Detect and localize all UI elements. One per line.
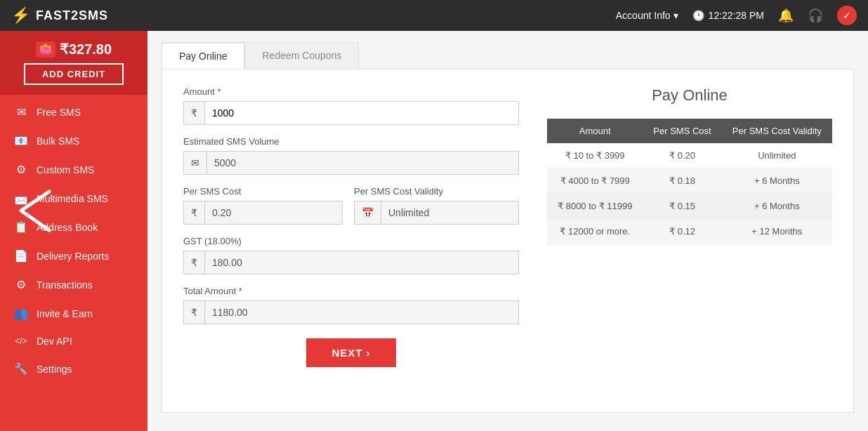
dev-api-icon: </> xyxy=(14,336,28,346)
delivery-reports-icon: 📄 xyxy=(14,249,28,263)
sidebar-item-dev-api[interactable]: </> Dev API xyxy=(0,328,147,354)
per-sms-cost-input xyxy=(205,201,342,224)
per-sms-cost-input-wrapper: ₹ xyxy=(183,201,343,225)
sidebar-item-bulk-sms[interactable]: 📧 Bulk SMS xyxy=(0,126,147,155)
table-row: ₹ 10 to ₹ 3999 ₹ 0.20 Unlimited xyxy=(547,143,832,168)
notification-bell[interactable]: 🔔 xyxy=(778,8,794,23)
cell-amount: ₹ 12000 or more. xyxy=(547,219,643,244)
gst-input-wrapper: ₹ xyxy=(183,251,519,274)
gst-input xyxy=(205,251,518,274)
per-sms-validity-group: Per SMS Cost Validity 📅 xyxy=(354,186,519,225)
cell-per-sms-cost: ₹ 0.20 xyxy=(643,143,721,168)
sidebar-item-delivery-reports[interactable]: 📄 Delivery Reports xyxy=(0,241,147,270)
sidebar-label-settings: Settings xyxy=(37,364,72,375)
cell-validity: + 6 Months xyxy=(722,194,832,219)
bulk-sms-icon: 📧 xyxy=(14,134,28,147)
navbar-right: Account Info ▾ 🕐 12:22:28 PM 🔔 🎧 ✓ xyxy=(616,6,857,25)
sidebar-label-transactions: Transactions xyxy=(37,279,93,291)
pricing-table: Amount Per SMS Cost Per SMS Cost Validit… xyxy=(547,119,832,244)
amount-input[interactable] xyxy=(205,102,518,124)
cell-per-sms-cost: ₹ 0.15 xyxy=(643,194,721,219)
header-amount: Amount xyxy=(547,119,643,143)
per-sms-row: Per SMS Cost ₹ Per SMS Cost Validity 📅 xyxy=(183,186,519,236)
gst-label: GST (18.00%) xyxy=(183,236,519,246)
per-sms-cost-group: Per SMS Cost ₹ xyxy=(183,186,343,225)
sms-volume-group: Estimated SMS Volume ✉ xyxy=(183,136,519,175)
credit-balance: 👛 ₹327.80 xyxy=(36,41,112,58)
sidebar-item-settings[interactable]: 🔧 Settings xyxy=(0,354,147,383)
cell-validity: Unlimited xyxy=(722,143,832,168)
cell-per-sms-cost: ₹ 0.18 xyxy=(643,168,721,194)
page-title: Pay Online xyxy=(547,86,832,105)
navbar-left: ⚡ FAST2SMS xyxy=(11,6,108,25)
amount-label: Amount * xyxy=(183,86,519,97)
sms-volume-icon: ✉ xyxy=(184,152,207,174)
cell-amount: ₹ 10 to ₹ 3999 xyxy=(547,143,643,168)
sidebar-label-invite-earn: Invite & Earn xyxy=(37,308,93,319)
total-currency: ₹ xyxy=(184,301,205,324)
sms-volume-input[interactable] xyxy=(207,152,518,174)
per-sms-validity-label: Per SMS Cost Validity xyxy=(354,186,519,197)
pricing-table-section: Pay Online Amount Per SMS Cost Per SMS C… xyxy=(547,86,832,367)
account-info-dropdown[interactable]: Account Info ▾ xyxy=(616,10,678,21)
per-sms-cost-label: Per SMS Cost xyxy=(183,186,343,197)
logo-icon: ⚡ xyxy=(11,6,30,25)
amount-input-wrapper: ₹ xyxy=(183,101,519,125)
sms-volume-input-wrapper: ✉ xyxy=(183,151,519,175)
account-info-label: Account Info xyxy=(616,10,671,21)
sidebar-label-free-sms: Free SMS xyxy=(37,107,81,118)
per-sms-cost-currency: ₹ xyxy=(184,201,205,224)
cell-amount: ₹ 8000 to ₹ 11999 xyxy=(547,194,643,219)
table-header-row: Amount Per SMS Cost Per SMS Cost Validit… xyxy=(547,119,832,143)
next-button[interactable]: NEXT › xyxy=(306,338,395,367)
credit-amount: ₹327.80 xyxy=(60,41,112,58)
sidebar-label-address-book: Address Book xyxy=(37,222,98,233)
settings-icon: 🔧 xyxy=(14,362,28,376)
cell-validity: + 6 Months xyxy=(722,168,832,194)
chevron-down-icon: ▾ xyxy=(673,10,678,21)
sidebar-item-free-sms[interactable]: ✉ Free SMS xyxy=(0,98,147,126)
total-input xyxy=(205,301,518,324)
amount-currency-symbol: ₹ xyxy=(184,102,205,124)
total-label: Total Amount * xyxy=(183,286,519,296)
sidebar-item-transactions[interactable]: ⚙ Transactions xyxy=(0,270,147,299)
calendar-icon: 📅 xyxy=(355,201,381,224)
invite-earn-icon: 👥 xyxy=(14,307,28,320)
add-credit-button[interactable]: ADD CREDIT xyxy=(24,63,124,85)
wallet-icon: 👛 xyxy=(36,41,55,58)
tab-redeem-coupons[interactable]: Redeem Coupons xyxy=(244,42,359,69)
sidebar-item-address-book[interactable]: 📋 Address Book xyxy=(0,213,147,241)
sidebar-item-invite-earn[interactable]: 👥 Invite & Earn xyxy=(0,299,147,328)
sidebar-label-custom-sms: Custom SMS xyxy=(37,164,94,175)
sidebar-label-delivery-reports: Delivery Reports xyxy=(37,251,109,262)
header-validity: Per SMS Cost Validity xyxy=(722,119,832,143)
per-sms-validity-input-wrapper: 📅 xyxy=(354,201,519,225)
headset-icon[interactable]: 🎧 xyxy=(808,8,823,23)
tab-pay-online[interactable]: Pay Online xyxy=(162,42,244,69)
cell-amount: ₹ 4000 to ₹ 7999 xyxy=(547,168,643,194)
multimedia-sms-icon: 📩 xyxy=(14,192,28,205)
total-input-wrapper: ₹ xyxy=(183,300,519,324)
per-sms-validity-input xyxy=(381,201,518,224)
table-row: ₹ 4000 to ₹ 7999 ₹ 0.18 + 6 Months xyxy=(547,168,832,194)
card-inner: Amount * ₹ Estimated SMS Volume ✉ xyxy=(183,86,832,367)
sidebar-label-dev-api: Dev API xyxy=(37,336,72,347)
sidebar-item-multimedia-sms[interactable]: 📩 Multimedia SMS xyxy=(0,184,147,213)
gst-currency: ₹ xyxy=(184,251,205,274)
clock-icon: 🕐 xyxy=(692,10,704,21)
address-book-icon: 📋 xyxy=(14,220,28,234)
logo-text: FAST2SMS xyxy=(36,8,108,23)
cell-per-sms-cost: ₹ 0.12 xyxy=(643,219,721,244)
sidebar-label-multimedia-sms: Multimedia SMS xyxy=(37,193,108,204)
nav-items: ✉ Free SMS 📧 Bulk SMS ⚙ Custom SMS 📩 Mul… xyxy=(0,95,147,386)
main-content: Pay Online Redeem Coupons Amount * ₹ xyxy=(147,31,868,431)
verified-icon: ✓ xyxy=(837,6,857,25)
main-card: Amount * ₹ Estimated SMS Volume ✉ xyxy=(162,69,854,413)
current-time: 12:22:28 PM xyxy=(709,10,764,21)
table-row: ₹ 12000 or more. ₹ 0.12 + 12 Months xyxy=(547,219,832,244)
total-group: Total Amount * ₹ xyxy=(183,286,519,324)
sidebar-item-custom-sms[interactable]: ⚙ Custom SMS xyxy=(0,155,147,184)
next-button-area: NEXT › xyxy=(183,338,519,367)
free-sms-icon: ✉ xyxy=(14,105,28,119)
clock-area: 🕐 12:22:28 PM xyxy=(692,10,764,21)
